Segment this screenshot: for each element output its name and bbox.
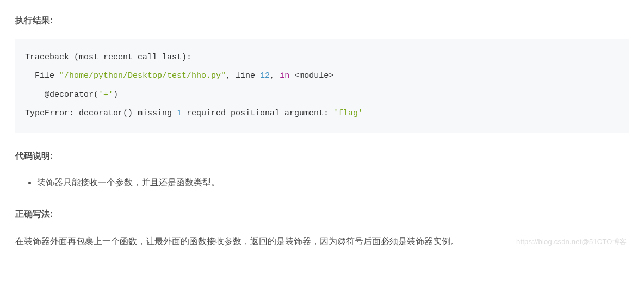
code-file-path: "/home/python/Desktop/test/hho.py" [59, 71, 226, 80]
code-line-3-close: ) [113, 90, 118, 99]
heading-explain: 代码说明: [15, 148, 629, 164]
code-line-3-pre: @decorator( [25, 90, 98, 99]
code-missing-count: 1 [177, 109, 182, 118]
code-missing-argname: 'flag' [333, 109, 363, 118]
correct-usage-text: 在装饰器外面再包裹上一个函数，让最外面的函数接收参数，返回的是装饰器，因为@符号… [15, 236, 459, 246]
explain-list: 装饰器只能接收一个参数，并且还是函数类型。 [15, 174, 629, 191]
code-line-4-mid: required positional argument: [182, 109, 333, 118]
code-line-2-mid: , line [226, 71, 260, 80]
code-decorator-arg: '+' [98, 90, 113, 99]
code-line-2-pre: File [25, 71, 59, 80]
code-in-keyword: in [280, 71, 289, 80]
code-line-number: 12 [260, 71, 270, 80]
code-line-1: Traceback (most recent call last): [25, 53, 191, 62]
correct-usage-paragraph: 在装饰器外面再包裹上一个函数，让最外面的函数接收参数，返回的是装饰器，因为@符号… [15, 232, 629, 251]
code-line-2-tail: <module> [289, 71, 333, 80]
code-line-4-pre: TypeError: decorator() missing [25, 109, 177, 118]
traceback-code-block: Traceback (most recent call last): File … [15, 39, 629, 133]
watermark-text: https://blog.csdn.net@51CTO博客 [516, 234, 627, 250]
code-line-2-post: , [270, 71, 280, 80]
heading-result: 执行结果: [15, 13, 629, 29]
heading-correct: 正确写法: [15, 207, 629, 222]
explain-list-item: 装饰器只能接收一个参数，并且还是函数类型。 [37, 174, 629, 191]
